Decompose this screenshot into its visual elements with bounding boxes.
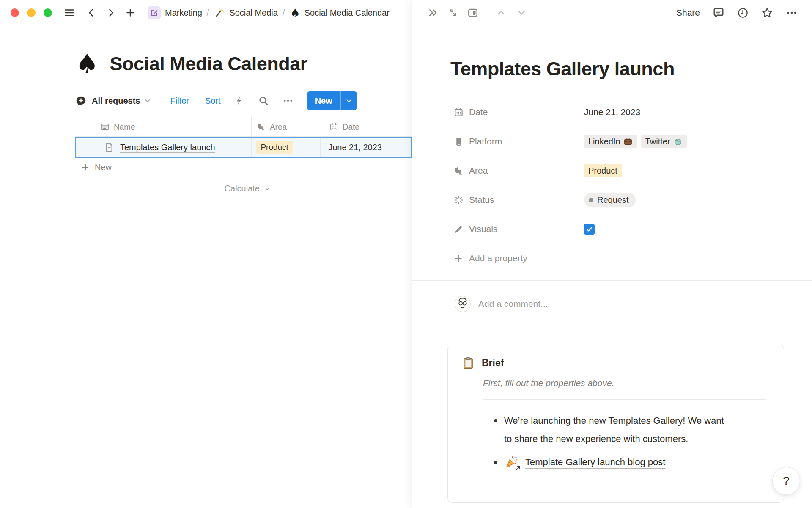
new-entry-dropdown[interactable]: [341, 91, 357, 110]
database-spade-icon[interactable]: ♠: [75, 51, 99, 77]
close-peek-double-chevron-icon[interactable]: [428, 7, 439, 18]
forward-icon[interactable]: [104, 6, 117, 19]
view-chevron-down-icon[interactable]: [144, 97, 151, 105]
expand-page-icon[interactable]: [448, 8, 458, 18]
divider: [412, 328, 812, 328]
back-icon[interactable]: [85, 6, 98, 19]
platform-tag-twitter-label: Twitter: [645, 136, 670, 146]
zoom-window-button[interactable]: [44, 8, 52, 17]
more-options-dots-icon[interactable]: [786, 7, 798, 19]
platform-tag-twitter[interactable]: Twitter: [641, 135, 687, 148]
area-tag[interactable]: Product: [584, 164, 622, 177]
bird-icon: [673, 137, 683, 146]
table-row-selected[interactable]: Templates Gallery launch Product June 21…: [75, 137, 412, 158]
row-date-cell[interactable]: June 21, 2023: [321, 138, 411, 157]
database-title[interactable]: Social Media Calendar: [110, 53, 307, 75]
share-button[interactable]: Share: [676, 8, 700, 18]
add-comment-row[interactable]: Add a comment...: [450, 281, 786, 328]
area-tag[interactable]: Product: [256, 141, 292, 154]
breadcrumb-magic-wand-icon: [214, 7, 225, 18]
status-spinner-icon: [453, 195, 464, 205]
side-peek-mode-icon[interactable]: [467, 7, 478, 18]
side-peek-panel: Share Templates Gallery launch: [412, 0, 812, 508]
column-header-name[interactable]: Name: [75, 117, 252, 136]
property-value-area: Product: [584, 164, 622, 177]
view-options-dots-icon[interactable]: [283, 95, 294, 106]
new-entry-button: New: [307, 91, 357, 110]
sort-button[interactable]: Sort: [205, 96, 221, 106]
status-dot-icon: [589, 198, 593, 202]
search-icon[interactable]: [258, 95, 269, 106]
database-page: ♠ Social Media Calendar All requests Fil…: [75, 47, 456, 200]
property-label-platform: Platform: [469, 136, 584, 146]
database-title-row: ♠ Social Media Calendar: [75, 47, 456, 80]
shapes-icon: [453, 166, 464, 176]
previous-record-chevron-up-icon[interactable]: [496, 7, 507, 18]
breadcrumb-item-social-media[interactable]: Social Media: [229, 8, 278, 18]
property-row-status[interactable]: Status Request: [450, 185, 786, 215]
column-header-date[interactable]: Date: [321, 117, 412, 136]
comments-icon[interactable]: [713, 7, 724, 19]
user-avatar: [455, 296, 471, 312]
page-title[interactable]: Templates Gallery launch: [450, 57, 786, 82]
platform-tag-linkedin-label: LinkedIn: [588, 136, 620, 146]
property-value-status: Request: [584, 193, 636, 207]
page-link[interactable]: Template Gallery launch blog post: [525, 453, 665, 471]
next-record-chevron-down-icon[interactable]: [516, 7, 527, 18]
row-area-cell[interactable]: Product: [252, 138, 321, 157]
sidebar-menu-icon[interactable]: [63, 6, 76, 19]
page-icon: [104, 142, 114, 152]
platform-tag-linkedin[interactable]: LinkedIn: [584, 135, 637, 148]
calendar-icon: [453, 108, 464, 117]
status-tag[interactable]: Request: [584, 193, 636, 207]
brief-bullet-list: We’re launching the new Templates Galler…: [493, 411, 768, 471]
calculate-control[interactable]: Calculate: [75, 177, 271, 200]
updates-clock-icon[interactable]: [737, 7, 749, 19]
plus-icon: [453, 254, 464, 263]
property-value-date[interactable]: June 21, 2023: [584, 107, 640, 117]
visuals-checkbox-checked[interactable]: [584, 224, 595, 235]
property-row-date[interactable]: Date June 21, 2023: [450, 98, 786, 127]
property-label-visuals: Visuals: [469, 224, 584, 234]
new-tab-plus-icon[interactable]: [124, 6, 137, 19]
breadcrumb-item-social-media-calendar[interactable]: Social Media Calendar: [304, 8, 390, 18]
favorite-star-icon[interactable]: [761, 7, 773, 19]
property-label-area: Area: [469, 166, 584, 176]
brief-title[interactable]: Brief: [482, 357, 504, 369]
close-window-button[interactable]: [11, 8, 19, 17]
peek-topbar: Share: [412, 0, 812, 25]
row-page-title[interactable]: Templates Gallery launch: [120, 143, 215, 152]
filter-button[interactable]: Filter: [170, 96, 189, 106]
new-entry-button-label[interactable]: New: [307, 91, 340, 110]
property-value-platform: LinkedIn Twitter: [584, 135, 687, 148]
peek-topbar-right: Share: [676, 7, 798, 19]
notion-window: Marketing / Social Media / ♠ Social Medi…: [0, 0, 812, 508]
property-label-status: Status: [469, 195, 584, 205]
view-selector[interactable]: All requests: [92, 96, 140, 106]
help-button[interactable]: ?: [772, 467, 800, 495]
phone-icon: [453, 137, 464, 146]
add-comment-placeholder[interactable]: Add a comment...: [478, 299, 548, 309]
calculate-chevron-down-icon: [263, 185, 271, 192]
properties-list: Date June 21, 2023 Platform LinkedIn: [450, 98, 786, 273]
add-property-row[interactable]: Add a property: [450, 244, 786, 273]
pen-icon: [453, 224, 464, 234]
link-arrow-icon: [516, 465, 521, 471]
bullet-item[interactable]: We’re launching the new Templates Galler…: [493, 411, 768, 448]
column-header-area-label: Area: [270, 122, 287, 132]
automation-bolt-icon[interactable]: [234, 96, 244, 106]
minimize-window-button[interactable]: [27, 8, 36, 17]
requests-view-icon: [75, 95, 87, 107]
property-row-platform[interactable]: Platform LinkedIn Twitter: [450, 127, 786, 156]
row-name-cell[interactable]: Templates Gallery launch: [76, 138, 252, 157]
bullet-item-page-link[interactable]: Template Gallery launch blog post: [493, 453, 768, 471]
column-header-area[interactable]: Area: [252, 117, 321, 136]
table-new-row[interactable]: New: [75, 158, 412, 177]
property-label-date: Date: [469, 107, 584, 117]
breadcrumb-item-marketing[interactable]: Marketing: [165, 8, 202, 18]
property-row-area[interactable]: Area Product: [450, 156, 786, 185]
property-row-visuals[interactable]: Visuals: [450, 215, 786, 244]
column-header-date-label: Date: [343, 122, 359, 132]
breadcrumb-spade-icon: ♠: [290, 7, 300, 19]
clipboard-icon: [462, 357, 475, 370]
